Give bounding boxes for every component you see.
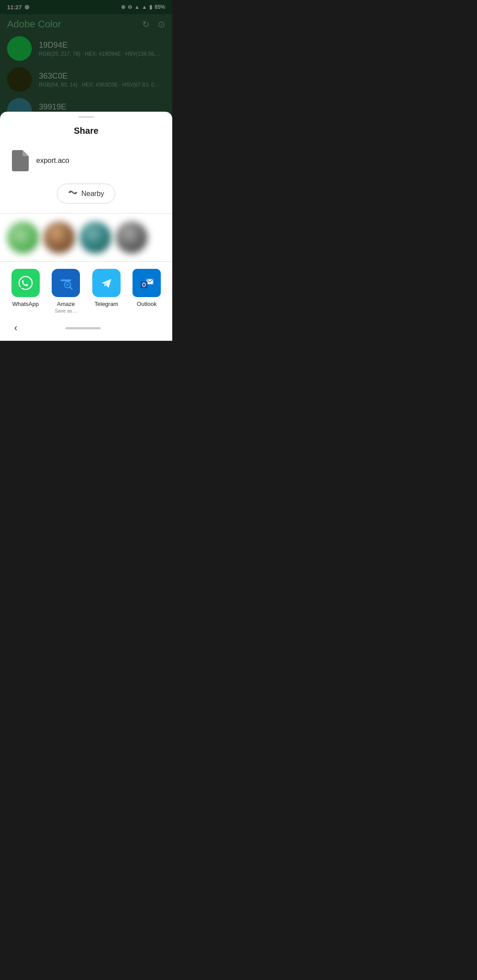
contact-avatar-2[interactable] (43, 222, 75, 253)
file-name: export.aco (36, 157, 69, 165)
color-detail-1: RGB(25, 217, 78) · HEX: #19D94E · HSV(13… (39, 51, 160, 57)
status-bar: 11:27 ⊛ ⊕ ⊖ ▲ ▲ ▮ 85% (0, 0, 172, 14)
color-detail-2: RGB(54, 60, 14) · HEX: #363C0E · HSV(67.… (39, 82, 159, 88)
drag-handle[interactable] (78, 116, 94, 118)
github-icon[interactable]: ⊙ (158, 19, 165, 30)
contact-avatar-3[interactable] (80, 222, 111, 253)
time: 11:27 (7, 4, 22, 11)
svg-rect-2 (61, 279, 71, 281)
contacts-row (0, 214, 172, 261)
telegram-icon-wrap (92, 269, 121, 297)
app-title: Adobe Color (7, 19, 61, 30)
app-item-telegram[interactable]: Telegram (89, 269, 124, 313)
home-indicator[interactable] (65, 327, 101, 329)
whatsapp-icon-wrap (11, 269, 40, 297)
svg-point-13 (143, 283, 145, 286)
color-info-1: 19D94E RGB(25, 217, 78) · HEX: #19D94E ·… (39, 41, 160, 57)
outlook-icon-wrap (132, 269, 161, 297)
amaze-sublabel: Save as… (55, 308, 77, 313)
nearby-section: Nearby (0, 184, 172, 204)
notification-icon: ⊛ (24, 4, 30, 11)
app-header-icons: ↻ ⊙ (142, 19, 165, 30)
nav-bar: ‹ (0, 317, 172, 341)
app-item-amaze[interactable]: Amaze Save as… (48, 269, 83, 313)
add-icon: ⊕ (121, 4, 125, 10)
color-hex-2: 363C0E (39, 72, 159, 81)
dnd-icon: ⊖ (128, 4, 132, 10)
color-circle-1 (7, 36, 32, 61)
amaze-label: Amaze (57, 301, 75, 307)
app-item-outlook[interactable]: Outlook (129, 269, 164, 313)
wifi-icon: ▲ (134, 4, 140, 10)
nearby-button[interactable]: Nearby (57, 184, 115, 204)
back-button[interactable]: ‹ (14, 322, 17, 334)
whatsapp-label: WhatsApp (12, 301, 39, 307)
color-info-2: 363C0E RGB(54, 60, 14) · HEX: #363C0E · … (39, 72, 159, 88)
color-hex-1: 19D94E (39, 41, 160, 50)
signal-icon: ▲ (142, 4, 147, 10)
refresh-icon[interactable]: ↻ (142, 19, 150, 30)
battery-percent: 85% (155, 4, 165, 10)
color-item-1[interactable]: 19D94E RGB(25, 217, 78) · HEX: #19D94E ·… (7, 36, 165, 61)
file-row: export.aco (0, 145, 172, 181)
outlook-label: Outlook (137, 301, 157, 307)
file-icon (11, 149, 30, 172)
color-hex-3: 39919E (39, 102, 158, 112)
app-header: Adobe Color ↻ ⊙ (7, 19, 165, 30)
contact-avatar-4[interactable] (116, 222, 148, 253)
color-circle-2 (7, 67, 32, 92)
nearby-label: Nearby (81, 190, 104, 198)
app-item-whatsapp[interactable]: WhatsApp (8, 269, 43, 313)
battery-icon: ▮ (149, 4, 152, 10)
share-title: Share (0, 126, 172, 136)
telegram-label: Telegram (95, 301, 118, 307)
nearby-icon (68, 188, 78, 199)
share-sheet: Share export.aco Nearby (0, 112, 172, 341)
color-item-2[interactable]: 363C0E RGB(54, 60, 14) · HEX: #363C0E · … (7, 67, 165, 92)
apps-row: WhatsApp Amaze Save as… (0, 262, 172, 317)
amaze-icon-wrap (52, 269, 80, 297)
contact-avatar-1[interactable] (7, 222, 39, 253)
